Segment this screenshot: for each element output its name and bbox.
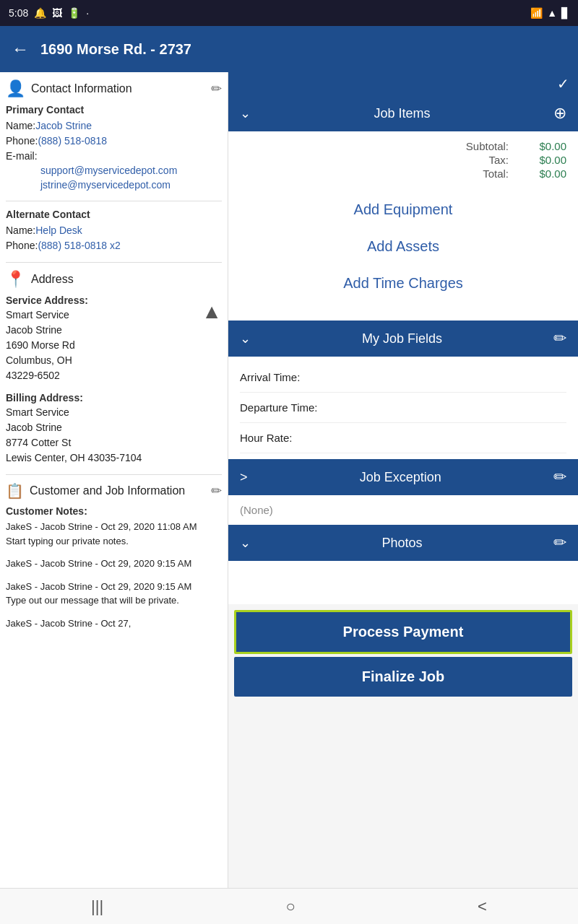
photos-content [228,561,578,604]
job-exception-title: Job Exception [248,470,553,485]
subtotal-value: $0.00 [509,140,566,152]
name-label: Name: [6,120,35,131]
status-time: 5:08 [9,7,28,19]
total-label: Total: [483,167,509,180]
note-4-header: JakeS - Jacob Strine - Oct 27, [6,616,222,631]
departure-time-field: Departure Time: [240,393,566,423]
note-1-header: JakeS - Jacob Strine - Oct 29, 2020 11:0… [6,520,222,534]
job-items-bar[interactable]: ⌄ Job Items ⊕ [228,95,578,131]
process-payment-button[interactable]: Process Payment [234,610,572,654]
address-section-title: Address [31,273,74,286]
status-dot: · [86,7,89,19]
service-line-4: Columbus, OH [6,353,88,368]
signal-icon: ▲ [547,7,557,19]
home-nav-button[interactable]: ○ [268,892,312,922]
back-nav-button[interactable]: < [460,892,504,922]
arrival-time-label: Arrival Time: [240,371,300,383]
wifi-icon: 📶 [530,7,543,19]
left-panel: 👤 Contact Information ✏ Primary Contact … [0,72,228,888]
tax-label: Tax: [488,154,509,166]
status-bar-left: 5:08 🔔 🖼 🔋 · [9,7,89,19]
primary-email-value1: support@myservicedepot.com [6,164,222,178]
subtotal-row: Subtotal: $0.00 [240,140,566,152]
alternate-contact-label: Alternate Contact [6,209,222,220]
clipboard-icon: 📋 [6,482,24,500]
finalize-job-button[interactable]: Finalize Job [234,657,572,697]
note-2-header: JakeS - Jacob Strine - Oct 29, 2020 9:15… [6,557,222,571]
primary-phone-value: (888) 518-0818 [38,135,107,147]
photos-chevron: ⌄ [240,535,251,551]
alt-phone-label: Phone: [6,240,38,251]
right-panel: ✓ ⌄ Job Items ⊕ Subtotal: $0.00 Tax: $0.… [228,72,578,888]
divider-2 [6,262,222,263]
job-fields-title: My Job Fields [251,331,553,346]
alt-phone-row: Phone:(888) 518-0818 x2 [6,238,222,253]
photos-bar[interactable]: ⌄ Photos ✏ [228,525,578,561]
job-items-chevron: ⌄ [240,105,251,121]
email-label: E-mail: [6,150,38,162]
billing-line-3: 8774 Cotter St [6,435,222,450]
location-icon: 📍 [6,270,25,289]
primary-name-value: Jacob Strine [35,120,92,131]
service-line-3: 1690 Morse Rd [6,338,88,353]
billing-address-label: Billing Address: [6,392,222,404]
job-items-add-icon[interactable]: ⊕ [553,104,566,123]
exception-value: (None) [240,504,273,516]
alt-phone-value: (888) 518-0818 x2 [38,240,120,251]
notification-icon: 🔔 [34,7,46,19]
photos-edit-icon[interactable]: ✏ [553,533,566,552]
job-exception-bar[interactable]: > Job Exception ✏ [228,459,578,495]
action-buttons: Add Equipment Add Assets Add Time Charge… [240,181,566,312]
job-exception-edit-icon[interactable]: ✏ [553,468,566,487]
app-header: ← 1690 Morse Rd. - 2737 [0,26,578,72]
divider-3 [6,474,222,475]
arrival-time-field: Arrival Time: [240,362,566,393]
job-items-title: Job Items [251,106,553,121]
note-3-body: Type out our message that will be privat… [6,593,222,608]
billing-line-2: Jacob Strine [6,420,222,435]
billing-line-1: Smart Service [6,405,222,420]
tax-value: $0.00 [509,154,566,166]
battery-level-icon: ▊ [561,7,569,19]
job-items-content: Subtotal: $0.00 Tax: $0.00 Total: $0.00 … [228,131,578,321]
billing-line-4: Lewis Center, OH 43035-7104 [6,450,222,466]
note-2: JakeS - Jacob Strine - Oct 29, 2020 9:15… [6,557,222,571]
my-job-fields-bar[interactable]: ⌄ My Job Fields ✏ [228,321,578,357]
service-line-1: Smart Service [6,308,88,323]
service-line-2: Jacob Strine [6,323,88,338]
customer-section-header: 📋 Customer and Job Information ✏ [6,482,222,500]
note-1-body: Start typing our private notes. [6,534,222,549]
primary-name-row: Name:Jacob Strine [6,118,222,134]
job-fields-chevron: ⌄ [240,331,251,346]
status-bar: 5:08 🔔 🖼 🔋 · 📶 ▲ ▊ [0,0,578,26]
primary-phone-row: Phone:(888) 518-0818 [6,134,222,149]
hour-rate-label: Hour Rate: [240,432,293,444]
alternate-contact: Alternate Contact Name:Help Desk Phone:(… [6,209,222,253]
note-3-header: JakeS - Jacob Strine - Oct 29, 2020 9:15… [6,580,222,594]
navigate-icon[interactable]: ▲ [202,300,222,323]
alt-name-value: Help Desk [35,225,82,236]
person-icon: 👤 [6,79,25,98]
customer-section-title: Customer and Job Information [30,484,185,497]
top-partial-bar: ✓ [228,72,578,95]
service-address: Service Address: Smart Service Jacob Str… [6,295,88,383]
menu-nav-button[interactable]: ||| [74,892,121,922]
battery-icon: 🔋 [68,7,80,19]
notes-label: Customer Notes: [6,505,222,517]
job-fields-edit-icon[interactable]: ✏ [553,329,566,348]
customer-notes-section: Customer Notes: JakeS - Jacob Strine - O… [6,505,222,630]
phone-label: Phone: [6,135,38,147]
add-assets-button[interactable]: Add Assets [240,230,566,263]
gallery-icon: 🖼 [52,7,62,19]
alt-name-row: Name:Help Desk [6,223,222,238]
add-equipment-button[interactable]: Add Equipment [240,193,566,227]
total-value: $0.00 [509,167,566,180]
subtotal-label: Subtotal: [466,140,509,152]
header-title: 1690 Morse Rd. - 2737 [40,41,191,58]
total-row: Total: $0.00 [240,167,566,180]
contact-edit-icon[interactable]: ✏ [211,81,222,97]
billing-address: Billing Address: Smart Service Jacob Str… [6,392,222,466]
back-button[interactable]: ← [12,39,29,59]
customer-edit-icon[interactable]: ✏ [211,483,222,499]
add-time-charges-button[interactable]: Add Time Charges [240,266,566,300]
